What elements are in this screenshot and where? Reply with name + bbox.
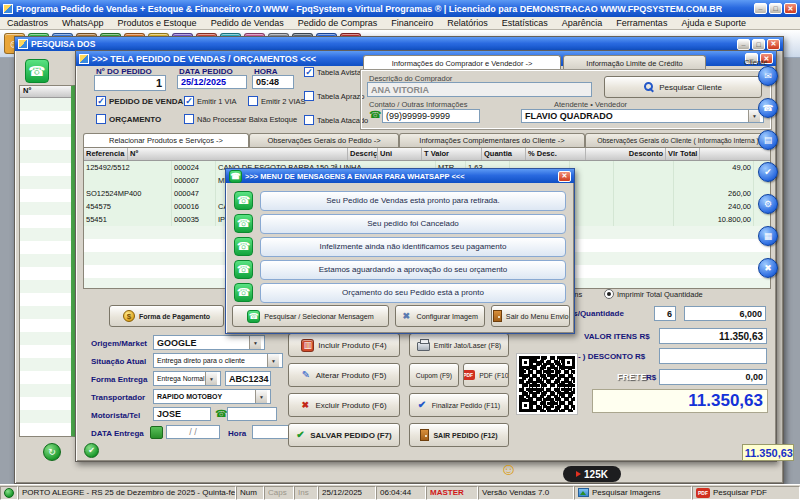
message-button[interactable]: Seu pedido foi Cancelado: [260, 214, 566, 234]
menu-item[interactable]: Financeiro: [384, 18, 440, 28]
alterar-produto-button[interactable]: Alterar Produto (F5): [288, 363, 400, 387]
pesquisa-result-list[interactable]: Nº: [19, 85, 77, 437]
menu-item[interactable]: Aparência: [555, 18, 610, 28]
tab-observacoes-cliente[interactable]: Observações Gerais do Cliente ( Informaç…: [585, 133, 771, 147]
motorista-telefone-input[interactable]: [227, 407, 277, 421]
hora-entrega-input[interactable]: [252, 425, 292, 439]
side-button[interactable]: ✉: [758, 66, 778, 86]
pesquisar-imagens-button[interactable]: Pesquisar Imagens: [574, 486, 692, 500]
checkbox-pedido-de-venda[interactable]: PEDIDO DE VENDA: [96, 96, 183, 106]
cupom-button[interactable]: Cupom (F9): [409, 363, 459, 387]
checkbox-emitir-2-vias[interactable]: Emitir 2 VIAS: [248, 96, 306, 106]
side-button[interactable]: ✔: [758, 162, 778, 182]
minimize-button[interactable]: [754, 3, 767, 14]
column-header[interactable]: % Desc.: [526, 148, 586, 160]
column-header[interactable]: Nº: [128, 148, 348, 160]
tab-comprador-vendedor[interactable]: Informações do Comprador e Vendedor ->: [363, 55, 561, 71]
checkbox-tabela-aprazo[interactable]: Tabela Aprazo: [304, 91, 365, 101]
transportador-dropdown[interactable]: RAPIDO MOTOBOY: [153, 389, 271, 404]
radio-imprimir-total-quantidade[interactable]: Imprimir Total Quantidade: [604, 289, 703, 299]
close-button[interactable]: [784, 3, 797, 14]
pdf-button[interactable]: PDF (F10): [463, 363, 509, 387]
tab-observacoes-pedido[interactable]: Observações Gerais do Pedido ->: [249, 133, 399, 147]
maximize-button[interactable]: [769, 3, 782, 14]
forma-pagamento-button[interactable]: Forma de Pagamento: [109, 305, 224, 327]
hora-input[interactable]: 05:48: [252, 75, 294, 89]
column-header[interactable]: T Valor: [422, 148, 482, 160]
tab-info-complementares[interactable]: Informações Complementares do Cliente ->: [399, 133, 585, 147]
qr-finder: [519, 356, 532, 369]
menu-item[interactable]: WhatsApp: [55, 18, 111, 28]
forma-entrega-dropdown[interactable]: Entrega Normal: [153, 371, 221, 386]
excluir-produto-button[interactable]: Excluir Produto (F6): [288, 393, 400, 417]
message-button[interactable]: Orçamento do seu Pedido está a pronto: [260, 283, 566, 303]
menu-item[interactable]: Ferramentas: [609, 18, 674, 28]
column-header[interactable]: Referencia: [84, 148, 128, 160]
situacao-dropdown[interactable]: Entrega direto para o cliente: [153, 353, 283, 368]
side-button[interactable]: ✖: [758, 258, 778, 278]
menu-item[interactable]: Produtos e Estoque: [111, 18, 204, 28]
pesquisa-close-button[interactable]: [767, 39, 780, 50]
dropdown-arrow-icon[interactable]: [205, 372, 217, 385]
incluir-produto-button[interactable]: ▥ Incluir Produto (F4): [288, 333, 400, 357]
atendente-dropdown[interactable]: FLAVIO QUADRADO: [521, 109, 764, 123]
pesquisar-cliente-button[interactable]: Pesquisar Cliente: [604, 76, 762, 98]
column-header[interactable]: Uni: [378, 148, 422, 160]
status-icon: ✔: [84, 443, 99, 458]
checkbox-nao-processar-baixa[interactable]: Não Processar Baixa Estoque: [184, 114, 297, 124]
tab-relacionar-produtos[interactable]: Relacionar Produtos e Serviços ->: [83, 133, 249, 147]
numero-input[interactable]: 1: [94, 75, 166, 91]
sair-menu-envio-button[interactable]: Sair do Menu Envio: [491, 305, 570, 327]
menu-item[interactable]: Estatísticas: [495, 18, 555, 28]
column-header[interactable]: Desconto: [586, 148, 666, 160]
column-header[interactable]: Descrição do Produto: [348, 148, 378, 160]
side-button[interactable]: ⚙: [758, 194, 778, 214]
column-header[interactable]: Quantia: [482, 148, 526, 160]
checkbox-emitir-1-via[interactable]: Emitir 1 VIA: [184, 96, 237, 106]
radio-icon: [604, 289, 614, 299]
modal-close-button[interactable]: [558, 171, 571, 182]
placa-input[interactable]: ABC1234: [225, 371, 271, 386]
frete-input[interactable]: 0,00: [659, 369, 767, 385]
sair-pedido-button[interactable]: SAIR PEDIDO (F12): [409, 423, 509, 447]
emitir-jato-laser-button[interactable]: Emitir Jato/Laser (F8): [409, 333, 509, 357]
menu-item[interactable]: Pedido de Compras: [291, 18, 385, 28]
side-button[interactable]: ☎: [758, 98, 778, 118]
side-button[interactable]: ▦: [758, 226, 778, 246]
menu-item[interactable]: Pedido de Vendas: [204, 18, 291, 28]
pesquisa-minimize-button[interactable]: [737, 39, 750, 50]
side-button[interactable]: ▤: [758, 130, 778, 150]
pesquisa-maximize-button[interactable]: [752, 39, 765, 50]
desconto-input[interactable]: [659, 348, 767, 364]
pesquisar-pdf-button[interactable]: Pesquisar PDF: [692, 486, 800, 500]
dropdown-arrow-icon[interactable]: [249, 336, 261, 349]
refresh-ic[interactable]: ↻: [43, 443, 61, 461]
origem-dropdown[interactable]: GOOGLE: [153, 335, 265, 350]
checkbox-orcamento[interactable]: ORÇAMENTO: [96, 114, 161, 124]
finalizar-pedido-button[interactable]: Finalizar Pedido (F11): [409, 393, 509, 417]
menu-item[interactable]: Cadastros: [0, 18, 55, 28]
message-button[interactable]: Estamos aguardando a aprovação do seu or…: [260, 260, 566, 280]
calendar-icon[interactable]: [150, 426, 163, 439]
data-entrega-input[interactable]: / /: [166, 425, 220, 439]
dropdown-arrow-icon[interactable]: [255, 390, 267, 403]
dropdown-arrow-icon[interactable]: [267, 354, 279, 367]
qr-code: [517, 354, 577, 414]
message-button[interactable]: Infelizmente ainda não identificamos seu…: [260, 237, 566, 257]
menu-item[interactable]: Ajuda e Suporte: [674, 18, 753, 28]
pesquisar-mensagem-button[interactable]: Pesquisar / Selecionar Mensagem: [232, 305, 389, 327]
descricao-comprador-input[interactable]: ANA VITORIA: [367, 82, 592, 97]
message-button[interactable]: Seu Pedido de Vendas está pronto para re…: [260, 191, 566, 211]
whatsapp-icon[interactable]: [25, 59, 49, 83]
telefone-input[interactable]: (99)99999-9999: [382, 109, 480, 123]
menu-item[interactable]: Relatórios: [440, 18, 495, 28]
salvar-pedido-button[interactable]: SALVAR PEDIDO (F7): [288, 423, 400, 447]
column-header[interactable]: Vlr Total: [666, 148, 700, 160]
checkbox-tabela-atacado[interactable]: Tabela Atacado: [304, 115, 368, 125]
motorista-input[interactable]: JOSE: [153, 407, 211, 421]
tab-limite-credito[interactable]: Informação Limite de Crédito: [563, 55, 706, 71]
checkbox-tabela-avista[interactable]: Tabela Avista: [304, 67, 361, 77]
checkbox-icon: [304, 67, 314, 77]
configurar-imagem-button[interactable]: Configurar Imagem: [395, 305, 485, 327]
data-pedido-input[interactable]: 25/12/2025: [177, 75, 247, 89]
